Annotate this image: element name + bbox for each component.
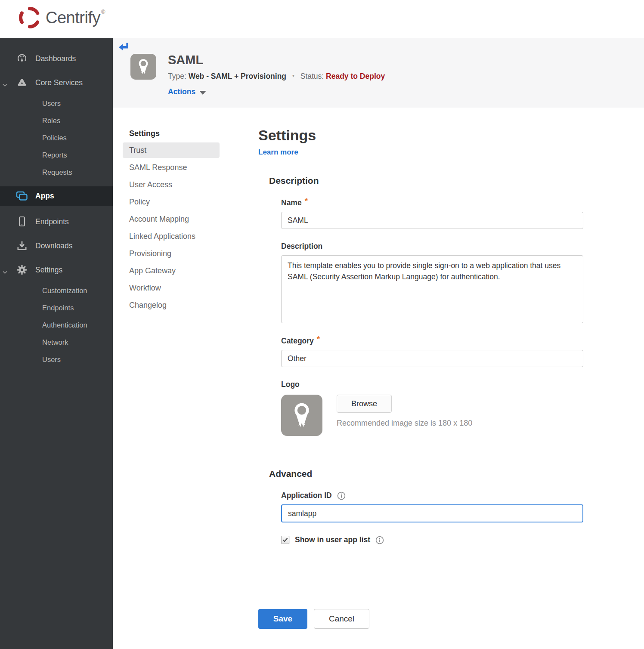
info-icon[interactable]: [375, 536, 384, 544]
subnav-item-saml-response[interactable]: SAML Response: [123, 160, 220, 175]
description-textarea[interactable]: This template enables you to provide sin…: [281, 255, 583, 323]
type-label: Type:: [168, 72, 186, 80]
application-id-label: Application ID: [281, 491, 332, 500]
sidebar-item-label: Dashboards: [35, 54, 76, 63]
sidebar-item-endpoints[interactable]: Endpoints: [0, 210, 113, 234]
cancel-button[interactable]: Cancel: [314, 609, 369, 629]
description-label-row: Description: [281, 242, 585, 251]
sidebar-item-reports[interactable]: Reports: [0, 146, 113, 164]
subnav-item-app-gateway[interactable]: App Gateway: [123, 263, 220, 278]
sidebar-item-downloads[interactable]: Downloads: [0, 234, 113, 258]
centrify-logo: Centrify ®: [17, 5, 105, 30]
subnav-item-trust[interactable]: Trust: [123, 142, 220, 158]
sidebar-item-roles[interactable]: Roles: [0, 112, 113, 129]
app-subnav: Settings Trust SAML Response User Access…: [123, 129, 229, 315]
description-section-title: Description: [269, 176, 585, 186]
ribbon-icon: [287, 399, 317, 432]
advanced-section-title: Advanced: [269, 469, 585, 479]
app-info: SAML Type: Web - SAML + Provisioning • S…: [168, 53, 385, 96]
category-label: Category: [281, 337, 314, 346]
sidebar-item-authentication[interactable]: Authentication: [0, 316, 113, 334]
sidebar-item-label: Settings: [35, 266, 62, 275]
app-logo: [130, 54, 156, 80]
registered-mark: ®: [101, 9, 105, 15]
chevron-down-icon: [199, 91, 206, 95]
gauge-icon: [15, 53, 28, 64]
name-label-row: Name *: [281, 198, 585, 207]
download-icon: [15, 240, 28, 251]
sidebar-item-users[interactable]: Users: [0, 95, 113, 112]
sidebar: Dashboards Core Services Users Roles Pol…: [0, 38, 113, 649]
app-logo-preview: [281, 395, 322, 436]
status-label: Status:: [300, 72, 324, 80]
main-content: Settings Trust SAML Response User Access…: [113, 108, 644, 649]
gear-icon: [15, 264, 28, 275]
chevron-down-icon: [3, 268, 7, 276]
apps-icon: [15, 191, 28, 201]
sidebar-item-label: Apps: [35, 192, 54, 201]
brand-name: Centrify: [46, 9, 100, 27]
vertical-divider: [237, 129, 237, 608]
category-input[interactable]: [281, 350, 583, 367]
sidebar-item-settings-endpoints[interactable]: Endpoints: [0, 299, 113, 316]
subnav-item-policy[interactable]: Policy: [123, 194, 220, 210]
core-services-icon: [15, 77, 28, 88]
name-label: Name: [281, 198, 302, 207]
sidebar-item-policies[interactable]: Policies: [0, 129, 113, 146]
browse-button[interactable]: Browse: [337, 395, 392, 413]
logo-label: Logo: [281, 380, 300, 389]
sidebar-item-dashboards[interactable]: Dashboards: [0, 46, 113, 71]
category-label-row: Category *: [281, 336, 585, 346]
subnav-item-user-access[interactable]: User Access: [123, 177, 220, 192]
mobile-device-icon: [15, 216, 28, 227]
application-id-input[interactable]: [281, 504, 583, 522]
sidebar-item-requests[interactable]: Requests: [0, 164, 113, 181]
show-in-user-app-list-checkbox[interactable]: [281, 536, 289, 544]
sidebar-item-settings-users[interactable]: Users: [0, 351, 113, 368]
app-header: SAML Type: Web - SAML + Provisioning • S…: [113, 38, 644, 108]
subnav-header: Settings: [129, 129, 229, 138]
sidebar-item-settings[interactable]: Settings: [0, 258, 113, 282]
centrify-logo-icon: [17, 5, 42, 30]
learn-more-link[interactable]: Learn more: [258, 148, 298, 157]
required-asterisk: *: [305, 196, 308, 206]
sidebar-item-core-services[interactable]: Core Services: [0, 71, 113, 95]
logo-row: Browse Recommended image size is 180 x 1…: [281, 395, 585, 436]
actions-label: Actions: [168, 87, 195, 96]
ribbon-icon: [134, 56, 153, 77]
sidebar-item-label: Core Services: [35, 78, 83, 87]
separator-dot: •: [292, 72, 294, 79]
subnav-item-changelog[interactable]: Changelog: [123, 297, 220, 313]
logo-size-hint: Recommended image size is 180 x 180: [337, 419, 472, 428]
form-footer: Save Cancel: [258, 609, 585, 629]
save-button[interactable]: Save: [258, 609, 307, 629]
subnav-item-linked-applications[interactable]: Linked Applications: [123, 229, 220, 244]
app-meta: Type: Web - SAML + Provisioning • Status…: [168, 72, 385, 81]
type-value: Web - SAML + Provisioning: [189, 72, 286, 80]
back-icon[interactable]: [118, 42, 129, 51]
logo-controls: Browse Recommended image size is 180 x 1…: [337, 395, 472, 428]
settings-form: Settings Learn more Description Name * D…: [258, 108, 585, 629]
chevron-down-icon: [3, 81, 7, 89]
sidebar-item-apps[interactable]: Apps: [0, 186, 113, 206]
subnav-item-provisioning[interactable]: Provisioning: [123, 246, 220, 261]
actions-dropdown[interactable]: Actions: [168, 87, 385, 96]
application-id-label-row: Application ID: [281, 491, 585, 500]
sidebar-item-customization[interactable]: Customization: [0, 282, 113, 299]
sidebar-item-label: Endpoints: [35, 217, 69, 226]
page-title: Settings: [258, 127, 585, 144]
show-in-user-app-list-label: Show in user app list: [295, 535, 370, 544]
app-title: SAML: [168, 53, 385, 67]
name-input[interactable]: [281, 212, 583, 229]
checkmark-icon: [282, 538, 288, 542]
required-asterisk: *: [317, 334, 320, 344]
sidebar-item-label: Downloads: [35, 241, 73, 250]
status-value: Ready to Deploy: [326, 72, 385, 80]
description-label: Description: [281, 242, 322, 251]
subnav-item-account-mapping[interactable]: Account Mapping: [123, 211, 220, 227]
sidebar-item-network[interactable]: Network: [0, 334, 113, 351]
top-header: Centrify ®: [0, 0, 644, 38]
info-icon[interactable]: [337, 491, 346, 500]
subnav-item-workflow[interactable]: Workflow: [123, 280, 220, 296]
show-in-app-list-row: Show in user app list: [281, 535, 585, 544]
